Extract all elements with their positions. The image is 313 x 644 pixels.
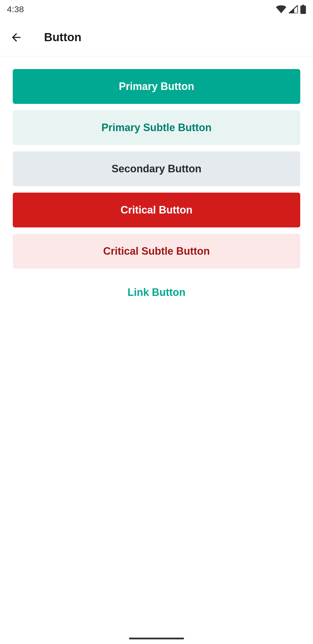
home-indicator[interactable] bbox=[129, 638, 184, 639]
critical-subtle-button[interactable]: Critical Subtle Button bbox=[13, 234, 300, 269]
primary-button[interactable]: Primary Button bbox=[13, 69, 300, 104]
secondary-button-label: Secondary Button bbox=[112, 163, 201, 175]
content: Primary Button Primary Subtle Button Sec… bbox=[0, 56, 313, 329]
link-button-label: Link Button bbox=[128, 286, 185, 299]
primary-button-label: Primary Button bbox=[119, 80, 194, 93]
link-button[interactable]: Link Button bbox=[13, 275, 300, 310]
primary-subtle-button-label: Primary Subtle Button bbox=[101, 122, 212, 134]
app-bar: Button bbox=[0, 19, 313, 56]
cellular-icon bbox=[289, 5, 298, 13]
battery-icon bbox=[300, 5, 306, 14]
secondary-button[interactable]: Secondary Button bbox=[13, 151, 300, 186]
arrow-back-icon bbox=[10, 31, 23, 44]
svg-rect-0 bbox=[300, 6, 306, 14]
svg-rect-1 bbox=[302, 5, 304, 6]
critical-subtle-button-label: Critical Subtle Button bbox=[103, 245, 210, 257]
critical-button-label: Critical Button bbox=[121, 204, 192, 216]
wifi-icon bbox=[276, 5, 286, 13]
primary-subtle-button[interactable]: Primary Subtle Button bbox=[13, 110, 300, 145]
status-icons bbox=[276, 5, 306, 14]
status-bar: 4:38 bbox=[0, 0, 313, 19]
page-title: Button bbox=[44, 31, 81, 44]
back-button[interactable] bbox=[7, 28, 26, 47]
status-time: 4:38 bbox=[7, 4, 24, 14]
critical-button[interactable]: Critical Button bbox=[13, 193, 300, 227]
